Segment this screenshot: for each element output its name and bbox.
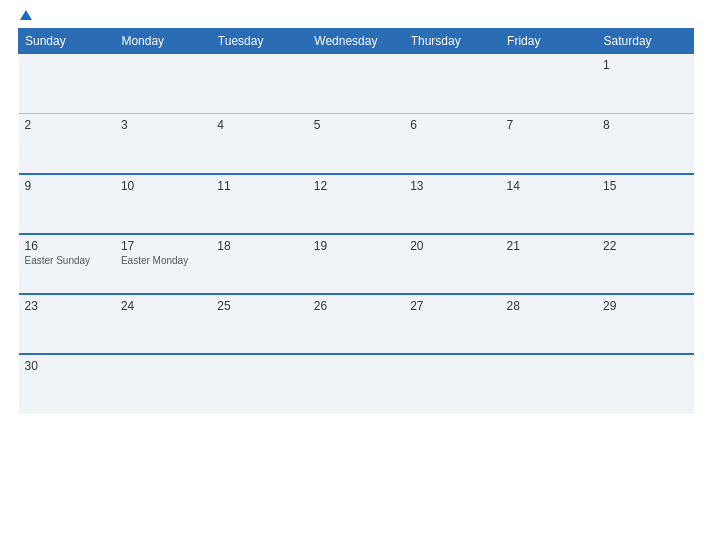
calendar-cell	[597, 354, 693, 414]
day-number: 9	[25, 179, 109, 193]
calendar-cell: 21	[501, 234, 597, 294]
day-number: 24	[121, 299, 205, 313]
calendar-cell	[308, 54, 404, 114]
calendar-week-row: 23242526272829	[19, 294, 694, 354]
day-event: Easter Sunday	[25, 255, 109, 266]
calendar-cell: 2	[19, 114, 115, 174]
weekday-header-monday: Monday	[115, 29, 211, 54]
day-number: 22	[603, 239, 687, 253]
calendar-cell	[211, 54, 307, 114]
calendar-cell: 6	[404, 114, 500, 174]
calendar-cell: 15	[597, 174, 693, 234]
calendar-cell: 4	[211, 114, 307, 174]
day-number: 17	[121, 239, 205, 253]
weekday-header-saturday: Saturday	[597, 29, 693, 54]
calendar-cell: 3	[115, 114, 211, 174]
day-number: 15	[603, 179, 687, 193]
calendar-cell	[19, 54, 115, 114]
calendar-cell	[115, 354, 211, 414]
logo-triangle-icon	[20, 10, 32, 20]
calendar-cell	[211, 354, 307, 414]
calendar-cell	[501, 354, 597, 414]
calendar-cell: 23	[19, 294, 115, 354]
calendar-cell	[404, 354, 500, 414]
calendar-cell: 12	[308, 174, 404, 234]
calendar-cell: 20	[404, 234, 500, 294]
day-number: 27	[410, 299, 494, 313]
calendar-cell: 28	[501, 294, 597, 354]
calendar-table: SundayMondayTuesdayWednesdayThursdayFrid…	[18, 28, 694, 414]
day-number: 6	[410, 118, 494, 132]
calendar-cell: 14	[501, 174, 597, 234]
weekday-header-tuesday: Tuesday	[211, 29, 307, 54]
calendar-cell	[308, 354, 404, 414]
day-number: 8	[603, 118, 687, 132]
day-number: 16	[25, 239, 109, 253]
calendar-cell: 9	[19, 174, 115, 234]
calendar-cell: 29	[597, 294, 693, 354]
calendar-week-row: 1	[19, 54, 694, 114]
calendar-cell: 27	[404, 294, 500, 354]
day-number: 30	[25, 359, 109, 373]
day-number: 18	[217, 239, 301, 253]
calendar-cell: 1	[597, 54, 693, 114]
calendar-cell: 25	[211, 294, 307, 354]
day-number: 5	[314, 118, 398, 132]
day-number: 26	[314, 299, 398, 313]
calendar-cell: 16Easter Sunday	[19, 234, 115, 294]
calendar-cell	[115, 54, 211, 114]
day-number: 10	[121, 179, 205, 193]
day-number: 19	[314, 239, 398, 253]
calendar-cell: 22	[597, 234, 693, 294]
day-number: 20	[410, 239, 494, 253]
day-number: 3	[121, 118, 205, 132]
calendar-cell: 8	[597, 114, 693, 174]
day-number: 1	[603, 58, 687, 72]
calendar-cell: 7	[501, 114, 597, 174]
calendar-cell: 11	[211, 174, 307, 234]
logo	[18, 10, 32, 20]
calendar-week-row: 2345678	[19, 114, 694, 174]
day-number: 2	[25, 118, 109, 132]
calendar-week-row: 30	[19, 354, 694, 414]
calendar-cell: 24	[115, 294, 211, 354]
calendar-cell: 26	[308, 294, 404, 354]
day-number: 29	[603, 299, 687, 313]
header	[18, 10, 694, 20]
day-number: 11	[217, 179, 301, 193]
day-number: 13	[410, 179, 494, 193]
calendar-cell	[404, 54, 500, 114]
weekday-header-thursday: Thursday	[404, 29, 500, 54]
calendar-week-row: 16Easter Sunday17Easter Monday1819202122	[19, 234, 694, 294]
calendar-cell: 5	[308, 114, 404, 174]
calendar-page: SundayMondayTuesdayWednesdayThursdayFrid…	[0, 0, 712, 550]
calendar-week-row: 9101112131415	[19, 174, 694, 234]
calendar-cell: 30	[19, 354, 115, 414]
day-number: 4	[217, 118, 301, 132]
calendar-cell: 10	[115, 174, 211, 234]
weekday-header-sunday: Sunday	[19, 29, 115, 54]
calendar-cell: 19	[308, 234, 404, 294]
day-number: 14	[507, 179, 591, 193]
day-number: 21	[507, 239, 591, 253]
day-number: 12	[314, 179, 398, 193]
calendar-cell: 13	[404, 174, 500, 234]
day-event: Easter Monday	[121, 255, 205, 266]
weekday-header-friday: Friday	[501, 29, 597, 54]
day-number: 28	[507, 299, 591, 313]
calendar-cell	[501, 54, 597, 114]
day-number: 23	[25, 299, 109, 313]
calendar-cell: 18	[211, 234, 307, 294]
calendar-cell: 17Easter Monday	[115, 234, 211, 294]
weekday-header-row: SundayMondayTuesdayWednesdayThursdayFrid…	[19, 29, 694, 54]
day-number: 25	[217, 299, 301, 313]
weekday-header-wednesday: Wednesday	[308, 29, 404, 54]
day-number: 7	[507, 118, 591, 132]
